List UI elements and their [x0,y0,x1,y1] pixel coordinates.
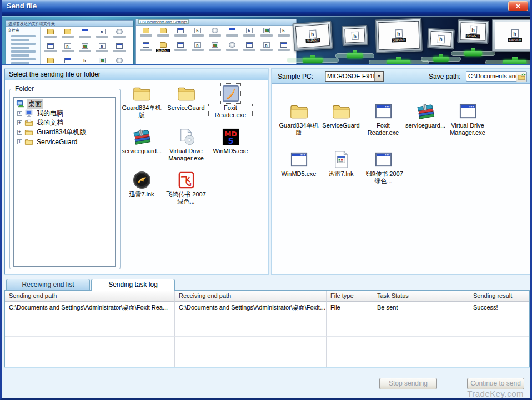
file-label: 飞鸽传书 2007 绿色... [164,191,208,205]
column-header[interactable]: Receiving end path [175,291,327,302]
folder-icon [132,84,152,103]
h-file-icon: h [351,31,359,40]
monitor-file-label: StdAfx.h [465,34,480,38]
file-label: serviceguard... [122,148,162,155]
sending-file-grid: Guard834单机版ServiceGuardFoxit Reader.exes… [119,84,262,214]
column-header[interactable]: Task Status [373,291,469,302]
file-label: 迅雷7.lnk [328,170,353,178]
appwindow-icon [289,150,309,169]
file-item[interactable]: MD5WinMD5.exe [208,127,253,169]
appwindow-icon [458,102,478,121]
browse-folder-icon [518,73,526,81]
empty-cell [373,348,469,360]
empty-row [5,337,529,348]
file-item[interactable]: 迅雷7.lnk [119,170,164,212]
tab-receiving-end-list[interactable]: Receiving end list [6,279,90,290]
winrar-icon [132,127,152,146]
file-item[interactable]: Virtual Drive Manager.exe [164,127,208,169]
expand-toggle-icon[interactable]: + [17,139,22,144]
desktop-icon [16,100,25,108]
file-item[interactable]: serviceguard... [119,127,164,169]
banner-tiny-file-icon: h [189,28,206,41]
folder-tree[interactable]: 桌面+我的电脑+我的文档+Guard834单机版+ServiceGuard [13,97,116,267]
expand-toggle-icon[interactable]: + [17,111,22,116]
feige-icon: 飞 [177,170,196,190]
file-item[interactable]: Guard834单机版 [119,84,164,126]
tree-item[interactable]: 桌面 [15,99,114,109]
column-header[interactable]: File type [327,291,373,302]
sample-pc-value: MICROSOF-E91I [325,72,374,81]
empty-row [5,313,529,325]
banner-tiny-file-icon [172,28,189,41]
left-panel-header: Select the sending file or folder [5,69,268,80]
tree-item[interactable]: +ServiceGuard [15,137,114,146]
empty-cell [175,360,327,367]
empty-cell [469,313,529,325]
sample-pc-dropdown-arrow-icon[interactable]: ▼ [374,72,383,81]
continue-to-send-button[interactable]: Continue to send [467,378,524,389]
tree-item[interactable]: +Guard834单机版 [15,128,114,137]
stop-sending-button[interactable]: Stop sending [379,378,437,389]
tab-sending-task-log[interactable]: Sending task log [91,279,175,291]
file-item[interactable]: Foxit Reader.exe [208,84,253,126]
banner-tiny-file-icon: h [76,58,93,65]
file-item[interactable]: 飞鸽传书 2007 绿色... [362,150,404,197]
banner-tiny-file-icon: h [93,43,111,57]
folder-icon [24,138,33,146]
received-file-grid: Guard834单机版ServiceGuardFoxit Reader.exes… [278,102,490,198]
my-documents-icon [24,119,33,127]
receiving-panel: Sample PC: MICROSOF-E91I ▼ Save path: C:… [272,69,530,274]
winmd5-icon: MD5 [221,127,240,146]
expand-toggle-icon[interactable]: + [17,120,22,125]
file-item[interactable]: WinMD5.exe [278,150,320,197]
banner-tiny-file-icon [59,58,76,65]
file-item[interactable]: ServiceGuard [320,102,362,149]
banner-tiny-file-icon [240,42,258,55]
svg-text:飞: 飞 [180,175,191,186]
folder-group-label: Folder [13,85,36,93]
close-button[interactable]: ✕ [508,1,528,11]
h-file-icon: h [309,29,317,38]
banner-tiny-file-icon [154,28,172,41]
window-title: Send file [7,2,37,10]
log-tabs: Receiving end listSending task log [6,279,176,291]
send-file-window: Send file ✕ 选择要发送的文件或文件夹 文件夹 hhhh C:\Doc… [0,0,532,400]
lnkdoc-icon [332,150,351,169]
networked-pc-monitor-graphic: hStdAfx.h [292,21,333,52]
monitor-file-label: StdAfx.h [305,38,320,43]
banner-right-window-title: C:\Documents and Settings [136,19,296,26]
tree-item-label: 桌面 [27,99,43,109]
expand-toggle-icon[interactable]: + [17,130,22,135]
file-item[interactable]: ServiceGuard [164,84,208,126]
banner-path-field: C:\Documents and Settings [138,19,189,24]
empty-cell [327,313,373,325]
browse-folder-button[interactable] [516,71,527,82]
sample-pc-combobox[interactable]: MICROSOF-E91I ▼ [325,71,384,82]
networked-pc-monitor-graphic: hStdAfx.h [375,18,423,53]
network-connector-graphic [485,60,532,65]
network-connector-graphic [287,58,339,63]
file-item[interactable]: Virtual Drive Manager.exe [446,102,489,149]
file-label: WinMD5.exe [213,148,248,155]
file-item[interactable]: 飞飞鸽传书 2007 绿色... [164,170,208,212]
table-row[interactable]: C:\Documents and Settings\Administrator\… [5,302,529,313]
file-item[interactable]: Foxit Reader.exe [362,102,404,149]
file-item[interactable]: Guard834单机版 [278,102,320,149]
network-connector-graphic [451,51,495,56]
appwindow-icon [374,102,393,121]
cell: C:\Documents and Settings\Administrator\… [175,302,327,313]
column-header[interactable]: Sending result [469,291,529,302]
file-label: WinMD5.exe [282,170,317,178]
banner-tiny-file-icon [42,43,59,57]
network-connector-graphic [369,60,429,65]
winrar-icon [416,102,435,121]
appwindow-icon [374,150,393,169]
tree-item[interactable]: +我的文档 [15,118,114,128]
column-header[interactable]: Sending end path [5,291,175,302]
empty-cell [175,313,327,325]
file-item[interactable]: 迅雷7.lnk [320,150,362,197]
banner-tiny-file-icon: h [59,43,76,57]
title-bar: Send file ✕ [0,0,532,12]
tree-item[interactable]: +我的电脑 [15,109,114,118]
file-item[interactable]: serviceguard... [404,102,446,149]
